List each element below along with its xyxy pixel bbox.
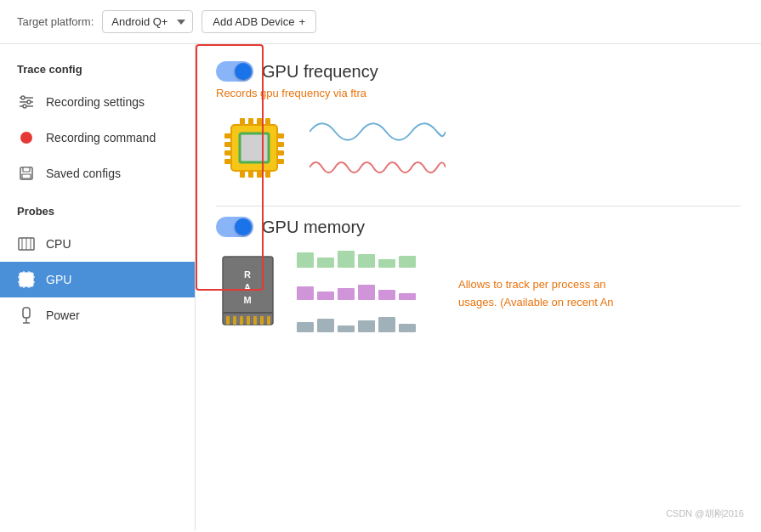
gpu-frequency-title: GPU frequency bbox=[262, 62, 378, 82]
sidebar-item-saved-configs[interactable]: Saved configs bbox=[0, 156, 195, 191]
gpu-memory-toggle-row: GPU memory bbox=[216, 217, 741, 237]
svg-rect-31 bbox=[257, 118, 262, 125]
svg-rect-73 bbox=[358, 320, 375, 332]
bar-chart-svg-1 bbox=[297, 246, 433, 273]
svg-rect-67 bbox=[358, 285, 375, 300]
add-icon: + bbox=[298, 15, 305, 28]
svg-rect-32 bbox=[265, 118, 270, 125]
svg-rect-34 bbox=[248, 171, 253, 178]
svg-rect-41 bbox=[277, 133, 284, 139]
svg-text:M: M bbox=[243, 295, 251, 305]
watermark: CSDN @胡刚2016 bbox=[666, 507, 744, 520]
power-label: Power bbox=[46, 308, 80, 322]
svg-rect-28 bbox=[240, 133, 269, 162]
svg-text:R: R bbox=[244, 269, 251, 280]
gpu-frequency-description: Records gpu frequency via ftra bbox=[216, 87, 741, 99]
svg-rect-24 bbox=[23, 308, 30, 318]
svg-rect-51 bbox=[253, 316, 257, 325]
sidebar: Trace config Recording settings bbox=[0, 44, 196, 530]
svg-rect-61 bbox=[358, 254, 375, 268]
main-layout: Trace config Recording settings bbox=[0, 44, 761, 530]
save-icon bbox=[17, 164, 36, 183]
svg-rect-60 bbox=[338, 251, 355, 268]
platform-select[interactable]: Android Q+ Android P Linux Chrome bbox=[102, 10, 193, 33]
svg-point-6 bbox=[20, 132, 32, 144]
svg-rect-42 bbox=[277, 142, 284, 147]
cpu-label: CPU bbox=[46, 237, 71, 251]
gpu-icon bbox=[17, 270, 36, 289]
svg-rect-66 bbox=[338, 288, 355, 300]
gpu-frequency-toggle-row: GPU frequency bbox=[216, 61, 741, 82]
svg-rect-43 bbox=[277, 150, 284, 156]
sidebar-item-cpu[interactable]: CPU bbox=[0, 226, 195, 262]
trace-config-section-title: Trace config bbox=[0, 58, 195, 81]
svg-rect-37 bbox=[224, 133, 231, 139]
section-separator bbox=[216, 206, 741, 207]
target-label: Target platform: bbox=[17, 15, 94, 28]
recording-command-label: Recording command bbox=[46, 131, 156, 144]
svg-rect-38 bbox=[224, 142, 231, 147]
svg-rect-54 bbox=[223, 312, 273, 314]
svg-rect-33 bbox=[240, 171, 245, 178]
gpu-memory-toggle[interactable] bbox=[216, 217, 253, 237]
gpu-chip-area bbox=[216, 110, 741, 189]
svg-rect-35 bbox=[257, 171, 262, 178]
content-area: GPU frequency Records gpu frequency via … bbox=[196, 44, 761, 530]
sliders-icon bbox=[17, 93, 36, 111]
bar-chart-svg-2 bbox=[297, 278, 433, 305]
svg-rect-64 bbox=[297, 286, 314, 300]
svg-rect-8 bbox=[23, 167, 30, 172]
svg-rect-65 bbox=[317, 291, 334, 300]
record-icon bbox=[17, 128, 36, 147]
sidebar-item-recording-settings[interactable]: Recording settings bbox=[0, 84, 195, 120]
recording-settings-label: Recording settings bbox=[46, 95, 145, 109]
svg-text:A: A bbox=[244, 282, 251, 292]
svg-rect-53 bbox=[267, 316, 270, 325]
ram-bars-illustration bbox=[297, 246, 433, 337]
svg-rect-44 bbox=[277, 159, 284, 164]
svg-rect-40 bbox=[224, 159, 231, 164]
svg-rect-49 bbox=[240, 316, 243, 325]
svg-rect-47 bbox=[226, 316, 230, 325]
ram-chip-area: R A M bbox=[216, 246, 741, 337]
svg-rect-75 bbox=[399, 324, 416, 332]
cpu-icon bbox=[17, 235, 36, 253]
svg-point-3 bbox=[21, 96, 25, 99]
svg-point-4 bbox=[27, 100, 31, 104]
gpu-memory-title: GPU memory bbox=[262, 218, 365, 237]
sidebar-item-power[interactable]: Power bbox=[0, 297, 195, 333]
svg-point-5 bbox=[23, 105, 26, 108]
svg-rect-58 bbox=[297, 252, 314, 268]
svg-rect-59 bbox=[317, 258, 334, 268]
svg-rect-9 bbox=[22, 174, 31, 178]
svg-rect-30 bbox=[248, 118, 253, 125]
svg-rect-63 bbox=[399, 256, 416, 268]
svg-rect-39 bbox=[224, 150, 231, 156]
wave-svg-2 bbox=[310, 152, 446, 183]
svg-rect-69 bbox=[399, 293, 416, 300]
svg-rect-29 bbox=[240, 118, 245, 125]
svg-rect-15 bbox=[22, 275, 31, 284]
wave-svg-1 bbox=[310, 116, 446, 147]
svg-rect-52 bbox=[260, 316, 264, 325]
sidebar-item-recording-command[interactable]: Recording command bbox=[0, 120, 195, 156]
bar-chart-svg-3 bbox=[297, 310, 433, 337]
svg-rect-62 bbox=[378, 259, 395, 268]
probes-section-title: Probes bbox=[0, 200, 195, 223]
gpu-chip-illustration bbox=[216, 110, 292, 189]
gpu-frequency-toggle[interactable] bbox=[216, 61, 253, 82]
svg-rect-48 bbox=[233, 316, 236, 325]
svg-rect-36 bbox=[265, 171, 270, 178]
svg-rect-70 bbox=[297, 322, 314, 332]
svg-rect-71 bbox=[317, 319, 334, 332]
add-adb-button[interactable]: Add ADB Device + bbox=[202, 10, 316, 33]
top-bar: Target platform: Android Q+ Android P Li… bbox=[0, 0, 761, 44]
svg-rect-50 bbox=[247, 316, 250, 325]
saved-configs-label: Saved configs bbox=[46, 167, 121, 180]
sidebar-item-gpu[interactable]: GPU bbox=[0, 262, 195, 297]
waves-illustration bbox=[310, 116, 446, 183]
gpu-memory-description2: usages. (Available on recent An bbox=[458, 296, 614, 308]
power-icon bbox=[17, 306, 36, 325]
gpu-label: GPU bbox=[46, 273, 71, 286]
gpu-memory-description: Allows to track per process an bbox=[458, 278, 614, 291]
